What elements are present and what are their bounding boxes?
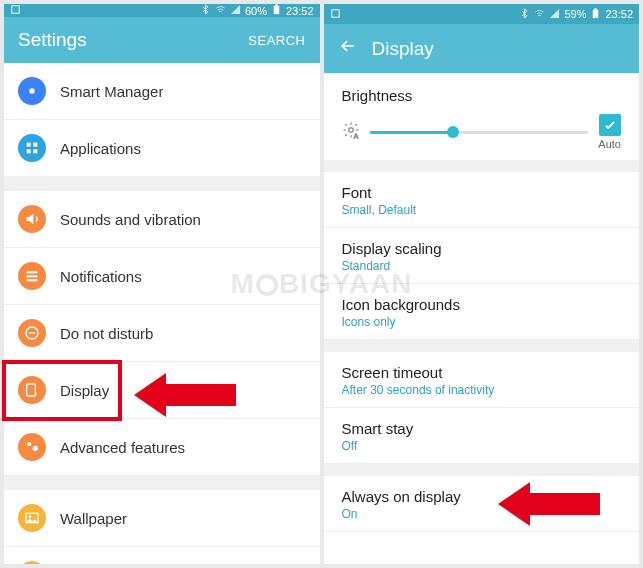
auto-label: Auto	[598, 138, 621, 150]
svg-point-3	[29, 88, 34, 93]
item-label: Wallpaper	[60, 510, 127, 527]
svg-rect-5	[33, 143, 37, 147]
battery-icon	[271, 4, 282, 17]
battery-text: 59%	[564, 8, 586, 20]
item-label: Do not disturb	[60, 325, 153, 342]
auto-brightness-checkbox[interactable]	[599, 114, 621, 136]
settings-item-smart-manager[interactable]: Smart Manager	[4, 63, 320, 120]
svg-point-18	[29, 515, 32, 518]
svg-rect-1	[274, 6, 280, 14]
back-icon[interactable]	[338, 36, 358, 61]
item-subtitle: On	[342, 507, 622, 521]
battery-icon	[590, 8, 601, 21]
item-label: Display	[60, 382, 109, 399]
svg-rect-13	[27, 384, 36, 396]
item-subtitle: Standard	[342, 259, 622, 273]
signal-icon	[549, 8, 560, 21]
svg-rect-0	[12, 6, 19, 13]
item-title: Display scaling	[342, 240, 622, 257]
settings-item-wallpaper[interactable]: Wallpaper	[4, 490, 320, 547]
status-bar: 59% 23:52	[324, 4, 640, 24]
item-title: Always on display	[342, 488, 622, 505]
svg-point-31	[348, 128, 353, 133]
clock-text: 23:52	[286, 5, 314, 17]
svg-point-14	[35, 393, 37, 395]
search-button[interactable]: SEARCH	[248, 33, 305, 48]
item-label: Applications	[60, 140, 141, 157]
svg-rect-2	[275, 4, 278, 5]
page-title: Settings	[18, 29, 87, 51]
svg-rect-7	[33, 149, 37, 153]
screenshot-icon	[330, 8, 341, 21]
item-title: Font	[342, 184, 622, 201]
settings-item-notifications[interactable]: Notifications	[4, 248, 320, 305]
item-title: Smart stay	[342, 420, 622, 437]
speaker-icon	[18, 205, 46, 233]
settings-screen: 60% 23:52 Settings SEARCH Smart ManagerA…	[4, 4, 320, 564]
settings-item-themes[interactable]: Themes	[4, 547, 320, 564]
svg-point-15	[27, 442, 31, 446]
svg-point-16	[33, 446, 38, 451]
sparkle-icon	[18, 433, 46, 461]
item-subtitle: After 30 seconds of inactivity	[342, 383, 622, 397]
page-title: Display	[372, 38, 434, 60]
settings-header: Settings SEARCH	[4, 17, 320, 63]
settings-list: Smart ManagerApplicationsSounds and vibr…	[4, 63, 320, 564]
signal-icon	[230, 4, 241, 17]
brightness-gear-icon[interactable]: A	[342, 121, 360, 143]
display-screen: 59% 23:52 Display Brightness A Auto	[324, 4, 640, 564]
svg-rect-10	[27, 279, 38, 281]
svg-rect-12	[29, 332, 36, 333]
settings-item-dnd[interactable]: Do not disturb	[4, 305, 320, 362]
display-header: Display	[324, 24, 640, 73]
display-item-aod[interactable]: Always on displayOn	[324, 476, 640, 532]
brightness-section: Brightness A Auto	[324, 73, 640, 160]
svg-rect-6	[27, 149, 31, 153]
item-subtitle: Icons only	[342, 315, 622, 329]
settings-item-adv[interactable]: Advanced features	[4, 419, 320, 476]
svg-rect-8	[27, 271, 38, 273]
item-label: Notifications	[60, 268, 142, 285]
list-icon	[18, 262, 46, 290]
display-item-iconbg[interactable]: Icon backgroundsIcons only	[324, 284, 640, 340]
svg-rect-28	[331, 9, 338, 16]
gear-icon	[18, 77, 46, 105]
display-item-font[interactable]: FontSmall, Default	[324, 172, 640, 228]
image-icon	[18, 504, 46, 532]
clock-text: 23:52	[605, 8, 633, 20]
grid-icon	[18, 134, 46, 162]
svg-rect-30	[595, 8, 598, 9]
display-item-timeout[interactable]: Screen timeoutAfter 30 seconds of inacti…	[324, 352, 640, 408]
wifi-icon	[534, 8, 545, 21]
item-label: Smart Manager	[60, 83, 163, 100]
display-item-scaling[interactable]: Display scalingStandard	[324, 228, 640, 284]
item-label: Advanced features	[60, 439, 185, 456]
item-subtitle: Small, Default	[342, 203, 622, 217]
wifi-icon	[215, 4, 226, 17]
battery-text: 60%	[245, 5, 267, 17]
brightness-title: Brightness	[342, 87, 622, 104]
bluetooth-icon	[200, 4, 211, 17]
settings-item-sounds[interactable]: Sounds and vibration	[4, 191, 320, 248]
svg-rect-29	[593, 9, 599, 17]
settings-item-applications[interactable]: Applications	[4, 120, 320, 177]
display-item-smartstay[interactable]: Smart stayOff	[324, 408, 640, 464]
item-title: Screen timeout	[342, 364, 622, 381]
svg-rect-9	[27, 275, 38, 277]
svg-text:A: A	[354, 133, 358, 139]
display-icon	[18, 376, 46, 404]
item-title: Icon backgrounds	[342, 296, 622, 313]
brightness-slider[interactable]	[370, 131, 589, 134]
bluetooth-icon	[519, 8, 530, 21]
settings-item-display[interactable]: Display	[4, 362, 320, 419]
item-subtitle: Off	[342, 439, 622, 453]
palette-icon	[18, 561, 46, 564]
item-label: Sounds and vibration	[60, 211, 201, 228]
svg-rect-4	[27, 143, 31, 147]
screenshot-icon	[10, 4, 21, 17]
minus-icon	[18, 319, 46, 347]
status-bar: 60% 23:52	[4, 4, 320, 17]
